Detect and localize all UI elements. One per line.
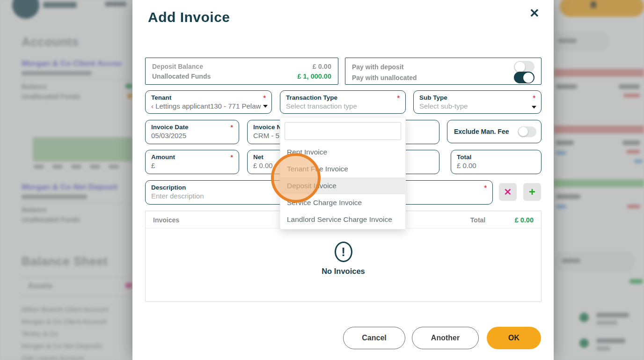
invoice-date-field[interactable]: Invoice Date * 05/03/2025	[145, 120, 239, 144]
total-label: Total	[457, 153, 535, 161]
invoice-date-value: 05/03/2025	[151, 131, 233, 140]
required-marker: *	[397, 94, 400, 102]
exclude-man-fee-label: Exclude Man. Fee	[454, 128, 509, 136]
total-value: £ 0.00	[457, 161, 535, 170]
toggle-knob	[523, 73, 534, 83]
sub-type-label: Sub Type	[419, 94, 535, 102]
total-field[interactable]: Total £ 0.00	[451, 150, 542, 174]
unallocated-funds-label: Unallocated Funds	[152, 73, 211, 80]
another-button[interactable]: Another	[412, 327, 479, 349]
option-rent-invoice[interactable]: Rent Invoice	[280, 144, 405, 161]
exclude-man-fee-field: Exclude Man. Fee	[447, 120, 542, 143]
invoices-title: Invoices	[153, 216, 179, 224]
transaction-type-dropdown: Rent Invoice Tenant Fee Invoice Deposit …	[280, 117, 406, 229]
unallocated-funds-value: £ 1, 000.00	[297, 73, 331, 80]
deposit-balance-value: £ 0.00	[313, 63, 331, 70]
remove-row-button[interactable]: ✕	[499, 183, 517, 201]
option-deposit-invoice[interactable]: Deposit Invoice	[280, 177, 405, 194]
add-row-button[interactable]: +	[523, 183, 541, 201]
amount-label: Amount	[151, 153, 233, 161]
pay-options-box: Pay with deposit Pay with unallocated	[345, 58, 542, 85]
invoice-date-label: Invoice Date	[151, 123, 233, 131]
sub-type-field[interactable]: Sub Type * Select sub-type	[413, 90, 542, 114]
transaction-type-placeholder: Select transaction type	[286, 102, 400, 111]
option-landlord-service-charge-invoice[interactable]: Landlord Service Charge Invoice	[280, 211, 405, 228]
required-marker: *	[231, 124, 233, 131]
deposit-summary-box: Deposit Balance £ 0.00 Unallocated Funds…	[145, 58, 338, 85]
dropdown-search-input[interactable]	[285, 122, 401, 140]
deposit-balance-label: Deposit Balance	[152, 63, 203, 70]
option-service-charge-invoice[interactable]: Service Charge Invoice	[280, 194, 405, 211]
tenant-field[interactable]: Tenant * ‹ Lettings applicant130 - 771 P…	[145, 90, 272, 114]
alert-icon: !	[335, 242, 352, 262]
amount-value: £	[151, 161, 233, 170]
exclude-man-fee-toggle[interactable]	[518, 126, 536, 137]
required-marker: *	[533, 94, 535, 102]
required-marker: *	[484, 184, 487, 191]
chevron-down-icon	[532, 106, 536, 109]
tenant-value: Lettings applicant130 - 771 Pelaw Cres	[155, 102, 263, 110]
required-marker: *	[263, 94, 266, 102]
close-icon[interactable]: ✕	[527, 6, 542, 21]
amount-field[interactable]: Amount * £	[145, 150, 239, 174]
no-invoices-text: No Invoices	[146, 267, 541, 276]
ok-button[interactable]: OK	[487, 327, 541, 349]
transaction-type-label: Transaction Type	[286, 94, 400, 102]
pay-with-unallocated-label: Pay with unallocated	[352, 74, 417, 81]
toggle-knob	[515, 62, 525, 72]
option-tenant-fee-invoice[interactable]: Tenant Fee Invoice	[280, 161, 405, 177]
required-marker: *	[231, 154, 233, 161]
cancel-button[interactable]: Cancel	[343, 327, 405, 349]
chevron-down-icon	[263, 105, 268, 108]
invoices-total-value: £ 0.00	[515, 216, 534, 224]
pay-with-unallocated-toggle[interactable]	[514, 72, 534, 83]
invoices-total-label: Total	[470, 216, 485, 224]
pay-with-deposit-label: Pay with deposit	[352, 63, 403, 71]
tenant-label: Tenant	[151, 94, 266, 102]
pay-with-deposit-toggle[interactable]	[514, 61, 534, 73]
transaction-type-field[interactable]: Transaction Type * Select transaction ty…	[280, 90, 406, 114]
toggle-knob	[519, 127, 528, 136]
modal-title: Add Invoice	[148, 9, 230, 25]
sub-type-placeholder: Select sub-type	[419, 102, 535, 111]
